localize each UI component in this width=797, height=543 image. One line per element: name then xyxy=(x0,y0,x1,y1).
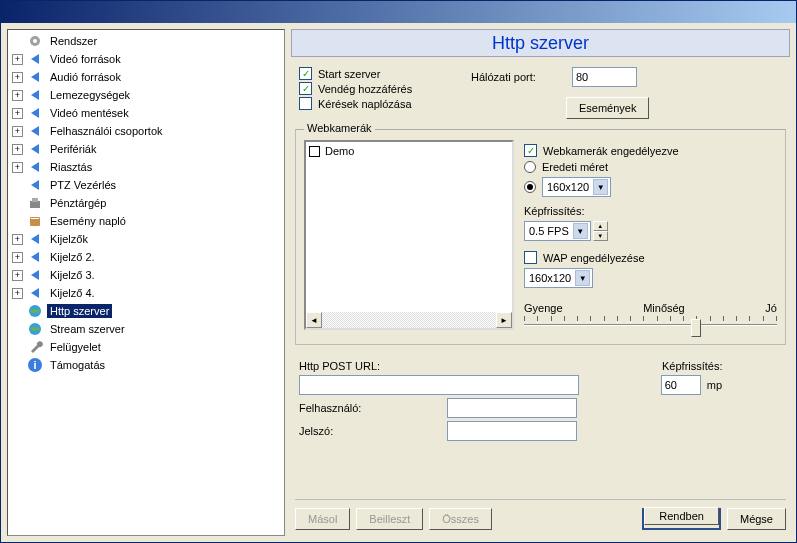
tree-item-label: Kijelzők xyxy=(47,232,91,246)
tree-item-fel-gyelet[interactable]: Felügyelet xyxy=(8,338,284,356)
tree-item-vide-forr-sok[interactable]: +Videó források xyxy=(8,50,284,68)
arrow-blue-icon xyxy=(27,141,43,157)
tree-item-label: Http szerver xyxy=(47,304,112,318)
log-requests-row[interactable]: Kérések naplózása xyxy=(299,97,471,110)
tree-item-lemezegys-gek[interactable]: +Lemezegységek xyxy=(8,86,284,104)
quality-slider[interactable] xyxy=(524,316,777,336)
globe-icon xyxy=(27,303,43,319)
arrow-blue-icon xyxy=(27,123,43,139)
tree-expander[interactable]: + xyxy=(12,234,23,245)
tree-expander[interactable]: + xyxy=(12,144,23,155)
webcams-enabled-checkbox[interactable] xyxy=(524,144,537,157)
tree-item-kijelz-k[interactable]: +Kijelzők xyxy=(8,230,284,248)
custom-size-radio[interactable] xyxy=(524,181,536,193)
wap-size-select[interactable]: 160x120 ▼ xyxy=(524,268,593,288)
tree-expander[interactable]: + xyxy=(12,252,23,263)
tree-expander[interactable]: + xyxy=(12,108,23,119)
tree-item-label: Kijelző 2. xyxy=(47,250,98,264)
custom-size-row[interactable]: 160x120 ▼ xyxy=(524,177,777,197)
webcam-options: Webkamerák engedélyezve Eredeti méret 16… xyxy=(524,140,777,336)
spin-down-button[interactable]: ▼ xyxy=(593,231,608,241)
webcams-listbox[interactable]: Demo ◄ ► xyxy=(304,140,514,330)
scroll-track[interactable] xyxy=(322,312,496,328)
svg-rect-3 xyxy=(32,198,38,202)
tree-expander[interactable]: + xyxy=(12,288,23,299)
tree-expander[interactable]: + xyxy=(12,54,23,65)
info-icon: i xyxy=(27,357,43,373)
paste-button[interactable]: Beilleszt xyxy=(356,508,423,530)
log-requests-checkbox[interactable] xyxy=(299,97,312,110)
post-refresh-input[interactable] xyxy=(661,375,701,395)
tree-item-stream-szerver[interactable]: Stream szerver xyxy=(8,320,284,338)
wap-enabled-row[interactable]: WAP engedélyezése xyxy=(524,251,777,264)
chevron-down-icon[interactable]: ▼ xyxy=(573,223,588,239)
titlebar[interactable] xyxy=(1,1,796,23)
wap-enabled-checkbox[interactable] xyxy=(524,251,537,264)
all-button[interactable]: Összes xyxy=(429,508,492,530)
spin-up-button[interactable]: ▲ xyxy=(593,221,608,231)
listbox-scrollbar[interactable]: ◄ ► xyxy=(306,312,512,328)
page-title: Http szerver xyxy=(492,33,589,54)
tree-item-http-szerver[interactable]: Http szerver xyxy=(8,302,284,320)
tree-item-label: Lemezegységek xyxy=(47,88,133,102)
tree-item-t-mogat-s[interactable]: iTámogatás xyxy=(8,356,284,374)
content: Rendszer+Videó források+Audió források+L… xyxy=(1,23,796,542)
tree-item-esem-ny-napl-[interactable]: Esemény napló xyxy=(8,212,284,230)
post-user-input[interactable] xyxy=(447,398,577,418)
tree-expander[interactable]: + xyxy=(12,72,23,83)
tree-item-label: Perifériák xyxy=(47,142,99,156)
refresh-select[interactable]: 0.5 FPS ▼ xyxy=(524,221,591,241)
list-item-checkbox[interactable] xyxy=(309,146,320,157)
chevron-down-icon[interactable]: ▼ xyxy=(593,179,608,195)
refresh-spinner[interactable]: ▲ ▼ xyxy=(593,221,608,241)
scroll-left-button[interactable]: ◄ xyxy=(306,312,322,328)
tree-item-perif-ri-k[interactable]: +Perifériák xyxy=(8,140,284,158)
tree-expander xyxy=(12,36,23,47)
arrow-blue-icon xyxy=(27,51,43,67)
tree-item-riaszt-s[interactable]: +Riasztás xyxy=(8,158,284,176)
start-server-row[interactable]: Start szerver xyxy=(299,67,471,80)
post-pass-input[interactable] xyxy=(447,421,577,441)
tree-expander[interactable]: + xyxy=(12,162,23,173)
guest-access-row[interactable]: Vendég hozzáférés xyxy=(299,82,471,95)
tree-item-audi-forr-sok[interactable]: +Audió források xyxy=(8,68,284,86)
tree-item-kijelz-4-[interactable]: +Kijelző 4. xyxy=(8,284,284,302)
tree-item-vide-ment-sek[interactable]: +Videó mentések xyxy=(8,104,284,122)
gear-icon xyxy=(27,33,43,49)
start-server-checkbox[interactable] xyxy=(299,67,312,80)
wrench-icon xyxy=(27,339,43,355)
original-size-row[interactable]: Eredeti méret xyxy=(524,161,777,173)
refresh-label: Képfrissítés: xyxy=(524,205,585,217)
svg-text:i: i xyxy=(33,359,36,371)
start-server-label: Start szerver xyxy=(318,68,380,80)
tree-expander[interactable]: + xyxy=(12,126,23,137)
network-port-input[interactable] xyxy=(572,67,637,87)
tree-item-p-nzt-rg-p[interactable]: Pénztárgép xyxy=(8,194,284,212)
copy-button[interactable]: Másol xyxy=(295,508,350,530)
scroll-right-button[interactable]: ► xyxy=(496,312,512,328)
original-size-radio[interactable] xyxy=(524,161,536,173)
globe-icon xyxy=(27,321,43,337)
list-item-label: Demo xyxy=(325,145,354,157)
chevron-down-icon[interactable]: ▼ xyxy=(575,270,590,286)
tree-item-kijelz-3-[interactable]: +Kijelző 3. xyxy=(8,266,284,284)
list-item[interactable]: Demo xyxy=(308,144,510,158)
cancel-button[interactable]: Mégse xyxy=(727,508,786,530)
tree-expander[interactable]: + xyxy=(12,90,23,101)
events-button[interactable]: Események xyxy=(566,97,649,119)
custom-size-select[interactable]: 160x120 ▼ xyxy=(542,177,611,197)
webcams-enabled-label: Webkamerák engedélyezve xyxy=(543,145,679,157)
quality-slider-thumb[interactable] xyxy=(691,319,701,337)
tree-expander[interactable]: + xyxy=(12,270,23,281)
webcams-enabled-row[interactable]: Webkamerák engedélyezve xyxy=(524,144,777,157)
post-url-input[interactable] xyxy=(299,375,579,395)
ok-button[interactable]: Rendben xyxy=(642,508,721,530)
tree-item-ptz-vez-rl-s[interactable]: PTZ Vezérlés xyxy=(8,176,284,194)
guest-access-checkbox[interactable] xyxy=(299,82,312,95)
tree-item-rendszer[interactable]: Rendszer xyxy=(8,32,284,50)
tree-panel[interactable]: Rendszer+Videó források+Audió források+L… xyxy=(7,29,285,536)
refresh-value: 0.5 FPS xyxy=(529,225,569,237)
tree-item-kijelz-2-[interactable]: +Kijelző 2. xyxy=(8,248,284,266)
tree-item-felhaszn-l-i-csoportok[interactable]: +Felhasználói csoportok xyxy=(8,122,284,140)
tree-expander xyxy=(12,198,23,209)
